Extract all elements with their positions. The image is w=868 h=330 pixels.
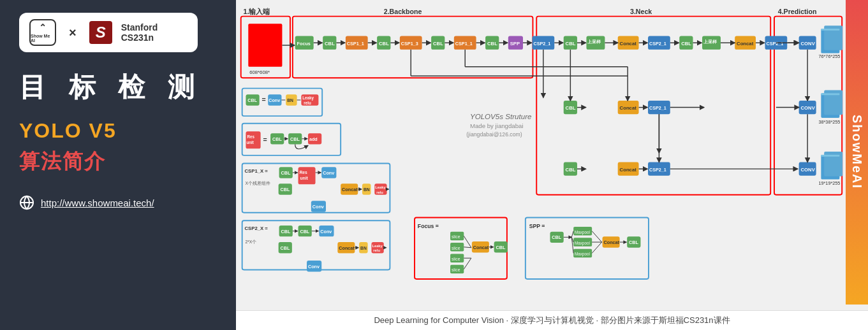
svg-text:CBL: CBL [552,234,561,240]
svg-text:CBL: CBL [566,167,576,173]
svg-text:1.输入端: 1.输入端 [244,8,270,15]
stanford-course: CS231n [121,32,158,43]
svg-text:Conv: Conv [323,170,334,176]
svg-text:Concat: Concat [339,245,355,251]
svg-text:Focus: Focus [297,41,311,47]
website-url[interactable]: http://www.showmeai.tech/ [41,197,154,208]
svg-text:=: = [263,136,267,143]
svg-text:SPP =: SPP = [529,223,545,229]
website-icon [19,195,34,210]
svg-text:CSP2_1: CSP2_1 [766,41,783,47]
bottom-caption: Deep Learning for Computer Vision · 深度学习… [236,310,868,330]
algo-subtitle: 算法简介 [19,148,217,176]
svg-text:CSP2_1: CSP2_1 [649,41,666,47]
svg-text:CSP1_3: CSP1_3 [401,41,418,47]
svg-text:Concat: Concat [342,187,358,192]
x-separator: × [69,25,77,40]
svg-text:Leaky: Leaky [372,244,383,248]
svg-text:CBL: CBL [487,41,497,47]
svg-text:38*38*255: 38*38*255 [819,119,841,125]
svg-line-204 [464,258,471,269]
svg-text:CONV: CONV [801,41,816,47]
svg-text:CBL: CBL [281,187,290,192]
svg-text:relu: relu [304,101,311,105]
caption-text: Deep Learning for Computer Vision · 深度学习… [374,315,730,325]
svg-text:CBL: CBL [300,229,309,234]
svg-text:Conv: Conv [313,204,324,210]
svg-text:slice: slice [452,268,460,272]
svg-line-224 [592,231,601,242]
svg-text:Concat: Concat [737,41,754,47]
svg-text:relu: relu [373,249,380,253]
svg-text:Concat: Concat [620,105,637,111]
svg-text:CBL: CBL [433,41,443,47]
svg-text:add: add [309,136,318,142]
svg-text:Focus =: Focus = [418,223,439,229]
svg-text:CBL: CBL [281,245,290,251]
svg-text:Maxpool: Maxpool [575,230,590,235]
svg-text:CSP2_1: CSP2_1 [649,105,666,111]
svg-text:CSP1_1: CSP1_1 [347,41,364,47]
svg-rect-9 [248,24,282,67]
svg-line-221 [571,231,573,238]
svg-text:76*76*255: 76*76*255 [819,54,841,59]
svg-text:上采样: 上采样 [703,39,717,44]
svg-text:CONV: CONV [801,167,816,173]
svg-text:BN: BN [364,187,370,192]
svg-text:CONV: CONV [801,105,816,111]
svg-text:Maxpool: Maxpool [575,252,590,257]
svg-text:Conv: Conv [308,264,320,269]
svg-line-202 [464,247,471,248]
svg-text:unit: unit [300,176,308,180]
svg-text:Concat: Concat [620,41,637,47]
svg-text:Concat: Concat [603,240,619,245]
svg-text:3.Neck: 3.Neck [630,8,652,15]
svg-text:slice: slice [452,234,460,239]
svg-line-201 [464,236,471,247]
main-title: 目 标 检 测 [19,71,217,103]
showmeai-icon: ⌃ Show Me AI [29,19,56,46]
svg-text:CBL: CBL [629,240,638,245]
svg-text:(jiangdabai@126.com): (jiangdabai@126.com) [466,131,522,138]
svg-text:=: = [262,96,266,103]
svg-text:CBL: CBL [566,105,576,111]
svg-text:CBL: CBL [681,41,691,47]
svg-text:CBL: CBL [325,41,335,47]
watermark: ShowMeAI [846,0,868,305]
svg-text:608*608*: 608*608* [249,69,270,75]
svg-text:CBL: CBL [281,170,290,176]
svg-text:CBL: CBL [247,97,257,103]
svg-text:YOLOV5s Struture: YOLOV5s Struture [470,113,532,120]
svg-text:slice: slice [452,257,460,261]
svg-text:relu: relu [376,190,383,194]
svg-text:Made by jiangdabai: Made by jiangdabai [470,122,524,129]
svg-text:Maxpool: Maxpool [575,241,590,246]
svg-text:2*X个: 2*X个 [245,240,256,244]
yolo-subtitle: YOLO V5 [19,119,217,143]
svg-text:unit: unit [246,140,254,145]
svg-text:Concat: Concat [473,245,489,250]
arrow-icon: ⌃ [39,22,47,32]
svg-text:4.Prediction: 4.Prediction [778,8,817,15]
showmeai-logo: ⌃ Show Me AI [29,19,56,46]
architecture-diagram: 1.输入端 2.Backbone 3.Neck 4.Prediction 608… [236,0,846,307]
website-area: http://www.showmeai.tech/ [19,195,217,210]
svg-text:2.Backbone: 2.Backbone [384,8,422,15]
svg-text:CSP2_1: CSP2_1 [533,41,550,47]
stanford-area: S Stanford CS231n [89,21,158,44]
svg-text:CBL: CBL [496,245,506,250]
svg-text:BN: BN [287,98,293,103]
svg-text:CSP2_X =: CSP2_X = [245,226,268,231]
svg-text:CSP2_1: CSP2_1 [649,167,666,173]
svg-text:上采样: 上采样 [587,39,601,44]
svg-text:Res: Res [299,170,307,175]
stanford-s-logo: S [89,21,112,44]
svg-text:CBL: CBL [290,136,300,142]
content-area: 1.输入端 2.Backbone 3.Neck 4.Prediction 608… [236,0,868,330]
svg-text:CBL: CBL [272,136,282,142]
sidebar: ⌃ Show Me AI × S Stanford CS231n 目 标 检 测… [0,0,236,330]
svg-text:CBL: CBL [281,229,290,234]
svg-text:CBL: CBL [566,41,576,47]
svg-text:CSP1_X =: CSP1_X = [245,168,268,174]
stanford-name: Stanford [121,22,158,32]
